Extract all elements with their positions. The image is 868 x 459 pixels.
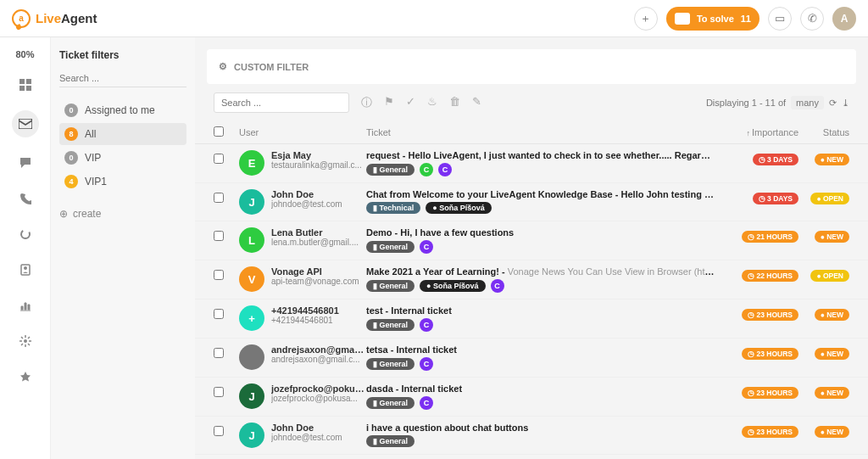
tickets-icon[interactable] xyxy=(12,110,39,137)
ticket-row[interactable]: J John Snow test.luongova@gmail.... Call… xyxy=(195,455,868,459)
ticket-user-name: jozefprocko@pokusa... xyxy=(271,383,366,394)
ticket-avatar xyxy=(239,344,264,370)
row-checkbox[interactable] xyxy=(214,270,224,280)
dept-tag: ▮ General xyxy=(366,319,415,331)
chats-icon[interactable] xyxy=(15,153,36,173)
topbar: a LiveAgent ＋ To solve 11 ▭ ✆ A xyxy=(0,0,868,37)
status-pill: ● OPEN xyxy=(810,193,849,204)
select-all-checkbox[interactable] xyxy=(214,126,224,137)
assignee-tag: ● Soňa Píšová xyxy=(426,202,491,214)
status-pill: ● NEW xyxy=(815,348,849,360)
ticket-user-name: John Doe xyxy=(271,189,366,199)
row-checkbox[interactable] xyxy=(214,387,224,397)
calls-icon[interactable] xyxy=(15,188,36,209)
status-pill: ● NEW xyxy=(815,154,849,165)
info-icon[interactable]: ⓘ xyxy=(361,95,372,110)
ticket-row[interactable]: V Vonage API api-team@vonage.com Make 20… xyxy=(195,260,868,299)
ticket-tags: ▮ GeneralCC xyxy=(366,163,715,176)
row-checkbox[interactable] xyxy=(214,426,224,436)
refresh-icon[interactable]: ⟳ xyxy=(829,98,837,109)
dashboard-icon[interactable] xyxy=(15,75,36,95)
to-solve-count: 11 xyxy=(741,14,751,24)
mini-badge: C xyxy=(438,163,452,176)
table-header: User Ticket ↑Importance Status xyxy=(195,121,868,144)
ticket-avatar: L xyxy=(239,227,264,253)
filter-count-badge: 4 xyxy=(64,175,78,188)
ticket-row[interactable]: + +421944546801 +421944546801 test - Int… xyxy=(195,299,868,339)
status-pill: ● NEW xyxy=(815,387,849,399)
call-button[interactable]: ✆ xyxy=(800,7,824,31)
col-ticket[interactable]: Ticket xyxy=(366,127,722,137)
importance-pill: ◷ 3 DAYS xyxy=(753,154,798,165)
importance-pill: ◷ 23 HOURS xyxy=(742,426,798,438)
custom-filter-label: CUSTOM FILTER xyxy=(234,62,309,72)
row-checkbox[interactable] xyxy=(214,193,224,203)
filter-item[interactable]: 0Assigned to me xyxy=(59,99,186,121)
mini-badge: C xyxy=(420,396,433,410)
filters-search-input[interactable] xyxy=(59,70,186,87)
ticket-rows: E Esja May testauralinka@gmail.c... requ… xyxy=(195,144,868,459)
ticket-row[interactable]: J jozefprocko@pokusa... jozefprocko@poku… xyxy=(195,378,868,417)
ticket-user-name: Lena Butler xyxy=(271,227,366,238)
col-user[interactable]: User xyxy=(239,127,366,137)
ticket-avatar: J xyxy=(239,383,264,409)
col-importance[interactable]: ↑Importance xyxy=(722,127,798,137)
wand-icon[interactable]: ✎ xyxy=(472,95,481,110)
ticket-user-email: api-team@vonage.com xyxy=(271,277,366,286)
ticket-row[interactable]: J John Doe johndoe@test.com i have a que… xyxy=(195,417,868,455)
filter-item[interactable]: 0VIP xyxy=(59,147,186,169)
logo[interactable]: a LiveAgent xyxy=(12,9,97,28)
filter-item[interactable]: 8All xyxy=(59,123,186,145)
svg-point-7 xyxy=(24,266,27,270)
search-input[interactable] xyxy=(214,92,349,113)
ticket-avatar: V xyxy=(239,266,264,292)
svg-point-8 xyxy=(24,339,27,343)
dept-tag: ▮ General xyxy=(366,164,415,176)
main-panel: ⚙ CUSTOM FILTER ⓘ ⚑ ✓ ♨ 🗑 ✎ Displaying 1… xyxy=(195,37,868,459)
ticket-user-name: John Doe xyxy=(271,423,366,433)
status-pill: ● NEW xyxy=(815,309,849,321)
ticket-user-email: jozefprocko@pokusa... xyxy=(271,394,366,403)
filter-item[interactable]: 4VIP1 xyxy=(59,171,186,193)
export-icon[interactable]: ⤓ xyxy=(842,98,849,109)
loading-icon[interactable] xyxy=(15,224,36,244)
flag-icon[interactable]: ⚑ xyxy=(384,95,394,110)
custom-filter-bar[interactable]: ⚙ CUSTOM FILTER xyxy=(207,49,856,84)
user-avatar[interactable]: A xyxy=(832,7,856,31)
ticket-tags: ▮ GeneralC xyxy=(366,318,715,332)
reports-icon[interactable] xyxy=(15,295,36,316)
row-checkbox[interactable] xyxy=(214,309,224,319)
create-filter[interactable]: ⊕ create xyxy=(59,208,186,220)
logo-icon: a xyxy=(12,9,31,28)
toolbar: ⓘ ⚑ ✓ ♨ 🗑 ✎ Displaying 1 - 11 of many ⟳ … xyxy=(195,84,868,121)
ticket-subject: request - Hello LiveAgent, I just wanted… xyxy=(366,150,715,160)
to-solve-button[interactable]: To solve 11 xyxy=(666,7,760,31)
dept-tag: ▮ General xyxy=(366,358,415,370)
pagination-info: Displaying 1 - 11 of many ⟳ ⤓ xyxy=(706,96,849,109)
svg-point-5 xyxy=(21,230,30,238)
ticket-row[interactable]: andrejsaxon@gmail.c... andrejsaxon@gmail… xyxy=(195,339,868,378)
ticket-row[interactable]: J John Doe johndoe@test.com Chat from We… xyxy=(195,183,868,221)
svg-rect-3 xyxy=(26,86,31,91)
contacts-icon[interactable] xyxy=(15,260,36,280)
row-checkbox[interactable] xyxy=(214,348,224,358)
plus-circle-icon: ⊕ xyxy=(59,208,68,220)
left-rail: 80% xyxy=(0,37,51,459)
check-icon[interactable]: ✓ xyxy=(406,95,415,110)
ticket-row[interactable]: L Lena Butler lena.m.butler@gmail.... De… xyxy=(195,221,868,260)
row-checkbox[interactable] xyxy=(214,154,224,164)
col-status[interactable]: Status xyxy=(798,127,849,137)
chat-button[interactable]: ▭ xyxy=(768,7,792,31)
ticket-user-email: +421944546801 xyxy=(271,316,366,325)
ticket-tags: ▮ General● Soňa PíšováC xyxy=(366,279,715,293)
settings-icon[interactable] xyxy=(15,331,36,351)
dept-tag: ▮ Technical xyxy=(366,202,420,214)
ticket-subject: i have a question about chat buttons xyxy=(366,423,715,433)
row-checkbox[interactable] xyxy=(214,231,224,241)
ticket-row[interactable]: E Esja May testauralinka@gmail.c... requ… xyxy=(195,144,868,183)
star-icon[interactable] xyxy=(15,367,36,387)
svg-rect-2 xyxy=(19,86,25,91)
add-button[interactable]: ＋ xyxy=(634,7,658,31)
flame-icon[interactable]: ♨ xyxy=(427,95,437,110)
trash-icon[interactable]: 🗑 xyxy=(449,95,460,110)
